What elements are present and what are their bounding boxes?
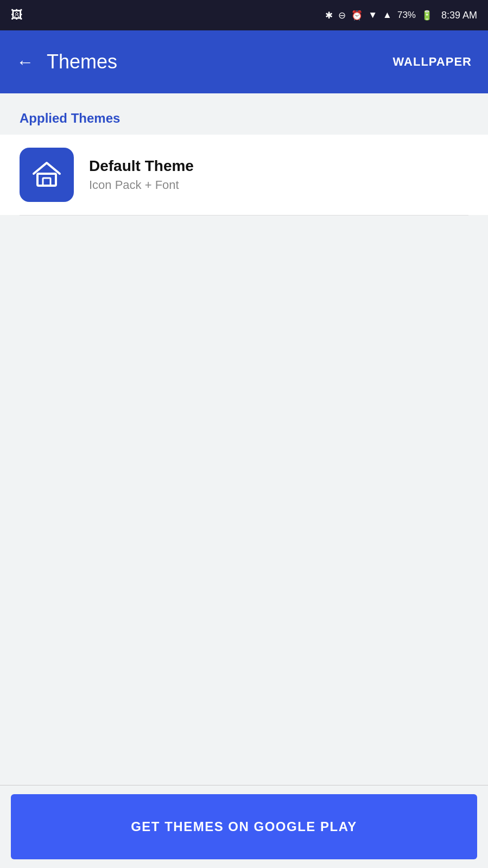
svg-rect-0 [37, 174, 56, 186]
svg-rect-1 [43, 178, 50, 186]
theme-item[interactable]: Default Theme Icon Pack + Font [0, 135, 488, 215]
app-bar: ← Themes WALLPAPER [0, 30, 488, 93]
main-content: Applied Themes Default Theme Icon Pack +… [0, 93, 488, 868]
status-bar: 🖼 ✱ ⊖ ⏰ ▼ ▲ 73% 🔋 8:39 AM [0, 0, 488, 30]
signal-icon: ▲ [383, 10, 392, 21]
theme-info: Default Theme Icon Pack + Font [89, 157, 194, 192]
dnd-icon: ⊖ [338, 10, 346, 21]
applied-themes-title: Applied Themes [20, 111, 120, 125]
theme-description: Icon Pack + Font [89, 178, 194, 192]
status-bar-right: ✱ ⊖ ⏰ ▼ ▲ 73% 🔋 8:39 AM [325, 10, 477, 21]
get-themes-button-label: GET THEMES ON GOOGLE PLAY [131, 819, 357, 834]
photo-icon: 🖼 [11, 8, 23, 22]
wallpaper-button[interactable]: WALLPAPER [393, 55, 472, 69]
wifi-icon: ▼ [368, 10, 377, 21]
status-bar-left: 🖼 [11, 8, 23, 22]
theme-icon-wrapper [20, 148, 74, 202]
battery-icon: 🔋 [421, 10, 433, 21]
battery-percentage: 73% [397, 10, 416, 21]
back-button[interactable]: ← [16, 53, 34, 71]
empty-area [0, 216, 488, 785]
bluetooth-icon: ✱ [325, 10, 333, 21]
app-bar-title: Themes [47, 50, 117, 73]
get-themes-button[interactable]: GET THEMES ON GOOGLE PLAY [11, 794, 477, 859]
alarm-icon: ⏰ [351, 10, 363, 21]
status-time: 8:39 AM [441, 10, 477, 21]
bottom-divider [0, 785, 488, 785]
theme-name: Default Theme [89, 157, 194, 175]
home-icon [30, 159, 63, 191]
applied-themes-section-header: Applied Themes [0, 93, 488, 135]
app-bar-left: ← Themes [16, 50, 117, 73]
